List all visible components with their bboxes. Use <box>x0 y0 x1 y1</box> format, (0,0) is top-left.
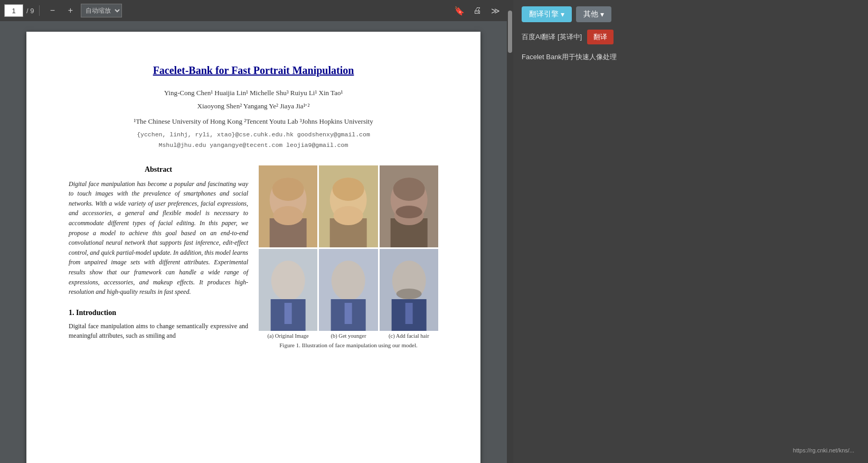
authors-line2: Xiaoyong Shen² Yangang Ye² Jiaya Jia¹˒² <box>69 100 438 113</box>
paper-authors: Ying-Cong Chen¹ Huaijia Lin¹ Michelle Sh… <box>69 87 438 113</box>
abstract-title: Abstract <box>69 165 248 174</box>
pdf-content-area: Facelet-Bank for Fast Portrait Manipulat… <box>0 21 507 463</box>
svg-point-28 <box>396 289 421 299</box>
intro-text: Digital face manipulation aims to change… <box>69 321 248 341</box>
bookmark-icon-button[interactable]: 🔖 <box>452 3 467 18</box>
zoom-out-button[interactable]: − <box>45 3 60 18</box>
figure-top-row <box>259 165 438 247</box>
left-column: Abstract Digital face manipulation has b… <box>69 165 248 348</box>
fanyi-button[interactable]: 翻译 <box>587 30 614 44</box>
pdf-page: Facelet-Bank for Fast Portrait Manipulat… <box>26 32 480 463</box>
translation-result: Facelet Bank用于快速人像处理 <box>522 52 860 62</box>
right-column-figure: (a) Original Image (b) Get younger (c) A… <box>259 165 438 348</box>
two-column-layout: Abstract Digital face manipulation has b… <box>69 165 438 348</box>
abstract-text: Digital face manipulation has become a p… <box>69 179 248 297</box>
figure-caption: Figure 1. Illustration of face manipulat… <box>259 342 438 348</box>
translate-engine-chevron-icon: ▾ <box>561 10 564 18</box>
other-chevron-icon: ▾ <box>600 10 604 18</box>
scrollbar-thumb[interactable] <box>508 11 512 53</box>
zoom-in-button[interactable]: + <box>63 3 78 18</box>
svg-point-9 <box>334 206 363 225</box>
bottom-url: https://rg.cnki.net/kns/... <box>793 447 854 453</box>
right-panel-inner: Facelet Bank用于快速人像处理 https://rg.cnki.net… <box>522 52 860 457</box>
translate-engine-button[interactable]: 翻译引擎 ▾ <box>522 6 572 22</box>
figure-container: (a) Original Image (b) Get younger (c) A… <box>259 165 438 348</box>
pdf-scrollbar[interactable] <box>507 0 513 463</box>
figure-image-bot-left <box>259 249 317 331</box>
figure-image-top-right <box>380 165 438 247</box>
translate-engine-label: 翻译引擎 <box>529 10 559 19</box>
svg-rect-23 <box>345 303 352 324</box>
figure-labels: (a) Original Image (b) Get younger (c) A… <box>259 333 438 339</box>
svg-point-21 <box>332 261 365 301</box>
svg-rect-19 <box>285 303 292 324</box>
paper-affiliations: ¹The Chinese University of Hong Kong ²Te… <box>69 116 438 127</box>
paper-emails: {ycchen, linhj, ryli, xtao}@cse.cuhk.edu… <box>69 129 438 150</box>
email-line2: Mshul@jhu.edu yangangye@tecent.com leoji… <box>69 140 438 151</box>
figure-image-top-left <box>259 165 317 247</box>
svg-point-4 <box>273 206 303 225</box>
authors-line1: Ying-Cong Chen¹ Huaijia Lin¹ Michelle Sh… <box>69 87 438 100</box>
top-buttons: 翻译引擎 ▾ 其他 ▾ <box>522 6 860 22</box>
translation-bar: 百度AI翻译 [英译中] 翻译 <box>522 30 860 44</box>
paper-title: Facelet-Bank for Fast Portrait Manipulat… <box>69 63 438 77</box>
figure-image-bot-right <box>380 249 438 331</box>
svg-point-12 <box>393 178 424 201</box>
figure-image-top-mid <box>319 165 378 247</box>
figure-label-c: (c) Add facial hair <box>380 333 438 339</box>
intro-title: 1. Introduction <box>69 309 248 317</box>
more-options-button[interactable]: ≫ <box>488 3 503 18</box>
svg-point-17 <box>271 261 305 301</box>
figure-label-b: (b) Get younger <box>319 333 378 339</box>
email-line1: {ycchen, linhj, ryli, xtao}@cse.cuhk.edu… <box>69 129 438 140</box>
pdf-toolbar: 1 / 9 − + 自动缩放 50% 75% 100% 125% 150% 20… <box>0 0 507 21</box>
print-icon-button[interactable]: 🖨 <box>470 3 485 18</box>
svg-point-2 <box>272 178 304 201</box>
svg-point-7 <box>333 178 364 201</box>
figure-image-bot-mid <box>319 249 378 331</box>
page-number-input[interactable]: 1 <box>4 4 23 17</box>
figure-label-a: (a) Original Image <box>259 333 317 339</box>
zoom-select[interactable]: 自动缩放 50% 75% 100% 125% 150% 200% <box>81 4 122 17</box>
other-button[interactable]: 其他 ▾ <box>576 6 611 22</box>
svg-rect-27 <box>405 303 412 324</box>
figure-bottom-row <box>259 249 438 331</box>
page-total: / 9 <box>26 7 34 15</box>
pdf-viewer: 1 / 9 − + 自动缩放 50% 75% 100% 125% 150% 20… <box>0 0 507 463</box>
toolbar-divider-1 <box>39 5 40 16</box>
translation-label: 百度AI翻译 [英译中] <box>522 32 582 42</box>
other-label: 其他 <box>583 10 598 19</box>
right-panel: 翻译引擎 ▾ 其他 ▾ 百度AI翻译 [英译中] 翻译 Facelet Bank… <box>513 0 868 463</box>
svg-point-15 <box>395 206 422 218</box>
